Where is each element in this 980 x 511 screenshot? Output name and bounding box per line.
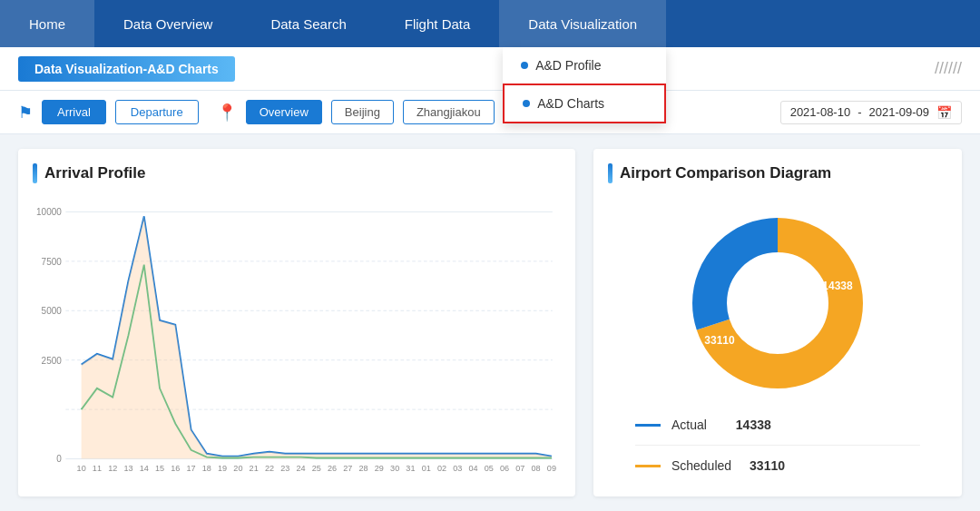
svg-text:7500: 7500 (42, 256, 62, 266)
flag-icon: ⚑ (18, 103, 33, 123)
line-chart: 10000 7500 5000 2500 0 10 11 12 1 (33, 194, 561, 477)
svg-text:07: 07 (515, 463, 524, 473)
scheduled-color-swatch (635, 465, 661, 467)
dot-icon (521, 62, 528, 69)
filter-row: ⚑ Arrival Departure 📍 Overview Beijing Z… (0, 91, 980, 134)
svg-text:02: 02 (437, 463, 446, 473)
svg-text:17: 17 (187, 463, 196, 473)
nav-data-visualization[interactable]: Data Visualization A&D Profile A&D Chart… (499, 0, 666, 47)
svg-text:21: 21 (250, 463, 259, 473)
svg-text:04: 04 (468, 463, 477, 473)
actual-color-swatch (635, 424, 661, 427)
svg-text:27: 27 (343, 463, 352, 473)
nav-data-search[interactable]: Data Search (241, 0, 375, 47)
svg-text:23: 23 (280, 463, 289, 473)
nav-data-overview[interactable]: Data Overview (94, 0, 241, 47)
dropdown-ad-charts[interactable]: A&D Charts (503, 84, 666, 123)
sub-header: Data Visualization-A&D Charts ////// (0, 47, 980, 91)
arrival-profile-panel: Arrival Profile 10000 7500 5000 2500 0 (18, 149, 575, 496)
title-bar-icon (608, 163, 612, 183)
nav-home[interactable]: Home (0, 0, 94, 47)
overview-tab[interactable]: Overview (246, 100, 322, 124)
svg-text:05: 05 (485, 463, 494, 473)
arrival-chart-title: Arrival Profile (33, 163, 561, 183)
svg-text:03: 03 (453, 463, 462, 473)
svg-text:18: 18 (202, 463, 211, 473)
legend-scheduled: Scheduled 33110 (635, 458, 920, 473)
svg-text:24: 24 (296, 463, 305, 473)
comparison-panel: Airport Comparison Diagram (593, 149, 962, 496)
svg-text:19: 19 (218, 463, 227, 473)
svg-text:14: 14 (140, 463, 149, 473)
svg-text:01: 01 (422, 463, 431, 473)
main-content: Arrival Profile 10000 7500 5000 2500 0 (0, 134, 980, 511)
arrival-tab[interactable]: Arrival (42, 100, 106, 124)
donut-chart: 14338 33110 (678, 203, 877, 403)
top-navigation: Home Data Overview Data Search Flight Da… (0, 0, 980, 47)
svg-text:2500: 2500 (42, 355, 62, 365)
calendar-icon: 📅 (936, 105, 952, 120)
donut-svg: 14338 33110 (678, 203, 877, 403)
svg-text:10000: 10000 (36, 207, 62, 217)
svg-text:08: 08 (532, 463, 541, 473)
location-icon: 📍 (217, 103, 237, 123)
svg-marker-11 (82, 216, 552, 458)
svg-text:15: 15 (155, 463, 164, 473)
svg-text:5000: 5000 (42, 306, 62, 316)
beijing-tab[interactable]: Beijing (331, 100, 394, 124)
svg-text:30: 30 (390, 463, 399, 473)
svg-text:29: 29 (375, 463, 384, 473)
separator: ////// (935, 59, 962, 78)
legend-divider (635, 445, 920, 446)
svg-text:20: 20 (233, 463, 242, 473)
date-range-picker[interactable]: 2021-08-10 - 2021-09-09 📅 (780, 101, 962, 124)
chart-legend: Actual 14338 Scheduled 33110 (608, 418, 947, 473)
comparison-chart-title: Airport Comparison Diagram (608, 163, 947, 183)
nav-flight-data[interactable]: Flight Data (376, 0, 500, 47)
zhangjiakou-tab[interactable]: Zhangjiakou (403, 100, 495, 124)
svg-text:31: 31 (406, 463, 415, 473)
svg-text:22: 22 (265, 463, 274, 473)
svg-text:28: 28 (359, 463, 368, 473)
svg-text:10: 10 (77, 463, 86, 473)
svg-point-45 (732, 258, 823, 349)
svg-text:33110: 33110 (704, 334, 735, 347)
arrival-chart-svg: 10000 7500 5000 2500 0 10 11 12 1 (33, 194, 561, 477)
dropdown-ad-profile[interactable]: A&D Profile (503, 47, 666, 84)
svg-text:25: 25 (312, 463, 321, 473)
departure-tab[interactable]: Departure (115, 100, 199, 124)
svg-text:13: 13 (123, 463, 132, 473)
svg-text:09: 09 (547, 463, 556, 473)
svg-text:0: 0 (56, 454, 62, 464)
svg-text:06: 06 (500, 463, 509, 473)
page-title: Data Visualization-A&D Charts (18, 56, 235, 82)
svg-text:12: 12 (108, 463, 117, 473)
legend-actual: Actual 14338 (635, 418, 920, 432)
dot-icon (523, 100, 530, 107)
nav-dropdown: A&D Profile A&D Charts (503, 47, 666, 123)
title-bar-icon (33, 163, 37, 183)
svg-text:11: 11 (93, 463, 102, 473)
svg-text:16: 16 (171, 463, 180, 473)
svg-text:26: 26 (328, 463, 337, 473)
svg-text:14338: 14338 (822, 280, 853, 292)
